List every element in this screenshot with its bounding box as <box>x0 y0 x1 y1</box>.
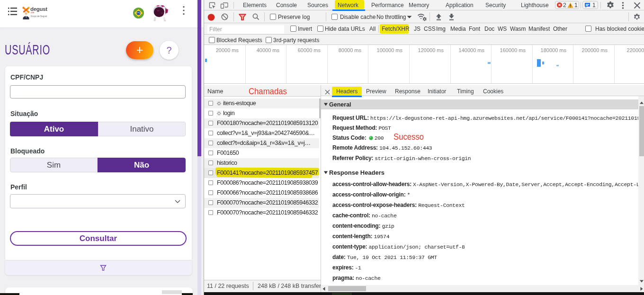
svg-text:one: one <box>31 11 35 14</box>
svg-text:Grupo de Degust: Grupo de Degust <box>31 15 47 18</box>
